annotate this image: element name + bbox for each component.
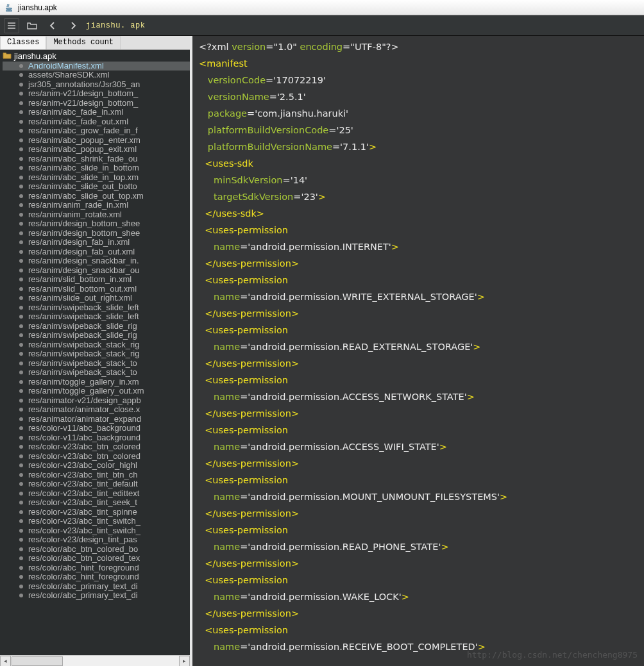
code-line: <manifest <box>199 55 638 72</box>
tree-item[interactable]: res/color-v23/abc_btn_colored <box>3 442 190 452</box>
tree-item-label: res/anim/abc_popup_exit.xml <box>28 145 137 154</box>
scroll-track[interactable] <box>11 656 179 667</box>
tab-classes[interactable]: Classes <box>0 36 46 49</box>
tree-item[interactable]: res/anim/swipeback_slide_rig <box>3 322 190 331</box>
tree-item-label: res/anim/swipeback_slide_left <box>28 303 139 313</box>
tree-item[interactable]: res/color-v23/abc_color_highl <box>3 461 190 470</box>
bullet-icon <box>19 324 23 328</box>
tree-item[interactable]: res/anim/abc_slide_out_botto <box>3 182 190 192</box>
tree-item[interactable]: res/anim/abc_fade_in.xml <box>3 108 190 117</box>
tree-item[interactable]: res/color/abc_hint_foreground <box>3 563 190 573</box>
tree-item[interactable]: res/color-v23/abc_tint_edittext <box>3 489 190 499</box>
code-line: minSdkVersion='14' <box>199 172 638 188</box>
tree-item[interactable]: res/anim/toggle_gallery_in.xm <box>3 378 190 387</box>
path-display: jianshu. apk <box>86 21 145 30</box>
tree-item[interactable]: res/anim/swipeback_stack_rig <box>3 349 190 359</box>
back-button[interactable] <box>45 18 60 33</box>
tree-item[interactable]: res/anim/design_fab_in.xml <box>3 238 190 247</box>
tree-item[interactable]: res/anim/design_snackbar_in. <box>3 256 190 266</box>
tree-item[interactable]: res/color/abc_primary_text_di <box>3 582 190 592</box>
bullet-icon <box>19 473 23 477</box>
tree-item[interactable]: res/color/abc_btn_colored_tex <box>3 554 190 563</box>
tree-item[interactable]: res/anim/swipeback_slide_rig <box>3 331 190 340</box>
tree-item[interactable]: res/color-v11/abc_background <box>3 424 190 433</box>
tree-item[interactable]: res/anim/abc_shrink_fade_ou <box>3 154 190 164</box>
code-line: </uses-permission> <box>199 455 638 472</box>
code-line: <?xml version="1.0" encoding="UTF-8"?> <box>199 38 638 55</box>
tree-item[interactable]: res/anim/slid_bottom_in.xml <box>3 275 190 285</box>
open-folder-button[interactable] <box>24 18 40 33</box>
tree-root[interactable]: jianshu.apk <box>3 51 190 62</box>
tree-item[interactable]: res/color-v23/abc_tint_seek_t <box>3 498 190 508</box>
tree-item-label: res/anim/abc_grow_fade_in_f <box>28 126 138 136</box>
bullet-icon <box>19 575 23 579</box>
tree-item[interactable]: res/anim/abc_fade_out.xml <box>3 117 190 127</box>
code-line: targetSdkVersion='23'> <box>199 188 638 205</box>
tree-item[interactable]: res/anim-v21/design_bottom_ <box>3 89 190 99</box>
tree-item[interactable]: res/color-v23/abc_tint_switch_ <box>3 517 190 526</box>
tree-item[interactable]: res/anim/abc_slide_in_bottom <box>3 163 190 173</box>
tree-item[interactable]: jsr305_annotations/Jsr305_an <box>3 80 190 90</box>
scroll-left-arrow[interactable]: ◂ <box>0 656 11 667</box>
tree-item[interactable]: res/anim/design_fab_out.xml <box>3 247 190 257</box>
tree-item-label: AndroidManifest.xml <box>28 62 104 71</box>
tree-item[interactable]: res/anim/slide_out_right.xml <box>3 294 190 303</box>
tree-item[interactable]: res/anim/swipeback_stack_to <box>3 359 190 369</box>
bullet-icon <box>19 240 23 244</box>
scroll-thumb[interactable] <box>12 656 63 666</box>
tree-item[interactable]: res/color-v23/design_tint_pas <box>3 535 190 545</box>
bullet-icon <box>19 185 23 188</box>
tree-root-label: jianshu.apk <box>14 52 56 62</box>
tree-item[interactable]: res/color-v23/abc_tint_switch_ <box>3 526 190 536</box>
tree-item[interactable]: res/color-v23/abc_tint_btn_ch <box>3 470 190 480</box>
tree-item[interactable]: res/anim/swipeback_stack_to <box>3 368 190 378</box>
tree-item-label: res/animator/animator_close.x <box>28 405 140 415</box>
tree-item[interactable]: res/anim/anim_rade_in.xml <box>3 201 190 210</box>
bullet-icon <box>19 417 23 421</box>
tree-item[interactable]: res/anim/abc_grow_fade_in_f <box>3 126 190 136</box>
menu-button[interactable] <box>4 18 19 33</box>
tree-item-label: jsr305_annotations/Jsr305_an <box>28 80 140 90</box>
code-line: package='com.jianshu.haruki' <box>199 105 638 122</box>
tree-item[interactable]: res/anim/abc_popup_enter.xm <box>3 136 190 146</box>
tree-item[interactable]: res/anim/anim_rotate.xml <box>3 210 190 220</box>
left-pane: Classes Methods count jianshu.apk Androi… <box>0 36 192 666</box>
tab-methods-count[interactable]: Methods count <box>46 36 121 49</box>
bullet-icon <box>19 296 23 300</box>
tree-item[interactable]: AndroidManifest.xml <box>3 62 190 71</box>
tree-item[interactable]: res/anim/abc_slide_in_top.xm <box>3 173 190 183</box>
tree-item-label: res/color-v11/abc_background <box>28 424 140 433</box>
tree-item[interactable]: res/animator-v21/design_appb <box>3 396 190 406</box>
tree-item[interactable]: res/anim/abc_popup_exit.xml <box>3 145 190 154</box>
tree-item[interactable]: res/anim-v21/design_bottom_ <box>3 99 190 108</box>
forward-button[interactable] <box>65 18 81 33</box>
tree-item[interactable]: res/animator/animator_expand <box>3 415 190 424</box>
tree-item[interactable]: assets/ShareSDK.xml <box>3 71 190 80</box>
tree-item[interactable]: res/color/abc_btn_colored_bo <box>3 545 190 554</box>
code-line: platformBuildVersionName='7.1.1'> <box>199 138 638 155</box>
tree-item[interactable]: res/anim/swipeback_stack_rig <box>3 340 190 350</box>
tree-item[interactable]: res/anim/abc_slide_out_top.xm <box>3 192 190 201</box>
horizontal-scrollbar[interactable]: ◂ ▸ <box>0 655 190 666</box>
tree-item[interactable]: res/animator/animator_close.x <box>3 405 190 415</box>
tree-item-label: res/color-v23/abc_btn_colored <box>28 442 140 452</box>
tree-item[interactable]: res/color-v23/abc_tint_spinne <box>3 508 190 517</box>
tree-item[interactable]: res/anim/swipeback_slide_left <box>3 312 190 322</box>
tree-item[interactable]: res/color-v23/abc_btn_colored <box>3 452 190 462</box>
tree-item[interactable]: res/color-v23/abc_tint_default <box>3 479 190 489</box>
tree-item[interactable]: res/anim/design_snackbar_ou <box>3 266 190 276</box>
tree-item[interactable]: res/anim/swipeback_slide_left <box>3 303 190 313</box>
bullet-icon <box>19 585 23 588</box>
code-line: <uses-permission <box>199 522 638 538</box>
tree-item[interactable]: res/anim/design_bottom_shee <box>3 229 190 238</box>
scroll-right-arrow[interactable]: ▸ <box>179 656 190 667</box>
tree-item[interactable]: res/color/abc_hint_foreground <box>3 572 190 582</box>
code-view[interactable]: <?xml version="1.0" encoding="UTF-8"?><m… <box>192 36 644 666</box>
tree-item[interactable]: res/anim/slid_bottom_out.xml <box>3 285 190 294</box>
tree-item[interactable]: res/anim/toggle_gallery_out.xm <box>3 387 190 396</box>
file-tree[interactable]: jianshu.apk AndroidManifest.xmlassets/Sh… <box>0 50 190 655</box>
tree-item[interactable]: res/color-v11/abc_background <box>3 433 190 443</box>
tree-item[interactable]: res/color/abc_primary_text_di <box>3 591 190 601</box>
tree-item[interactable]: res/anim/design_bottom_shee <box>3 219 190 229</box>
code-line: <uses-permission <box>199 472 638 488</box>
